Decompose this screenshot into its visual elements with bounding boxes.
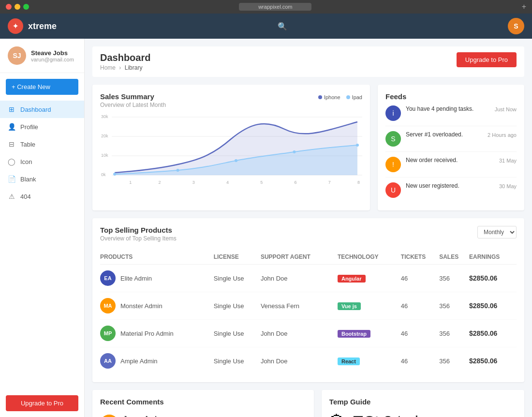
nav-brand: ✦ xtreme — [8, 18, 57, 34]
cell-agent-2: Venessa Fern — [261, 292, 338, 320]
table-row: MP Material Pro Admin Single Use John Do… — [100, 320, 517, 347]
sidebar-item-blank[interactable]: 📄 Blank — [0, 170, 84, 188]
cell-tech-2: Vue js — [338, 292, 401, 320]
profile-icon: 👤 — [8, 123, 15, 131]
main-layout: SJ Steave Jobs varun@gmail.com + Create … — [0, 39, 532, 417]
feeds-list: i You have 4 pending tasks. Just Now S S… — [385, 101, 517, 203]
weather-icon: 🌦 — [329, 413, 347, 417]
error-icon: ⚠ — [8, 193, 15, 200]
cell-sales-1: 356 — [439, 265, 469, 292]
cell-tickets-1: 46 — [401, 265, 439, 292]
user-avatar[interactable]: S — [508, 18, 524, 34]
svg-text:0k: 0k — [101, 172, 106, 177]
cell-tickets-3: 46 — [401, 320, 439, 347]
weather-main: 🌦 73° Saturday Ahmedabad, India — [329, 412, 517, 417]
svg-text:1: 1 — [129, 180, 132, 185]
svg-text:8: 8 — [357, 180, 360, 185]
comment-body-1: James Anderson Lorem Ipsum is simply dum… — [123, 415, 306, 417]
icon-icon: ◯ — [8, 158, 15, 165]
brand-name: xtreme — [28, 21, 57, 31]
product-name-3: Material Pro Admin — [120, 330, 174, 337]
search-icon[interactable]: 🔍 — [278, 22, 287, 31]
sidebar-item-404[interactable]: ⚠ 404 — [0, 188, 84, 205]
product-name-2: Monster Admin — [120, 302, 163, 310]
weather-temp-group: 73° — [353, 412, 379, 417]
cell-sales-4: 356 — [439, 347, 469, 375]
col-earnings: Earnings — [469, 250, 517, 265]
create-new-button[interactable]: + Create New — [6, 79, 78, 95]
feed-text-2: Server #1 overloaded. — [406, 131, 483, 138]
table-row: MA Monster Admin Single Use Venessa Fern… — [100, 292, 517, 320]
selling-title: Top Selling Products — [100, 226, 177, 234]
cell-tech-4: React — [338, 347, 401, 375]
time-filter-select[interactable]: Monthly Weekly Daily — [477, 226, 517, 238]
feed-content-3: New order received. — [406, 157, 494, 164]
cell-license-1: Single Use — [214, 265, 261, 292]
product-name-1: Elite Admin — [120, 275, 152, 282]
top-nav: ✦ xtreme 🔍 S — [0, 14, 532, 39]
sidebar-item-icon[interactable]: ◯ Icon — [0, 153, 84, 170]
breadcrumb-home[interactable]: Home — [100, 64, 116, 71]
svg-text:6: 6 — [294, 180, 296, 185]
cell-sales-3: 356 — [439, 320, 469, 347]
profile-email: varun@gmail.com — [31, 57, 74, 62]
legend-dot-ipad — [346, 95, 350, 99]
sidebar-item-profile[interactable]: 👤 Profile — [0, 118, 84, 135]
page-header-left: Dashboard Home › Library — [100, 52, 150, 71]
profile-name: Steave Jobs — [31, 49, 74, 57]
legend-ipad: Ipad — [346, 94, 362, 100]
header-row: Products License Support Agent Technolog… — [100, 250, 517, 265]
new-tab-icon[interactable]: + — [522, 2, 526, 11]
upgrade-button[interactable]: Upgrade to Pro — [457, 52, 517, 67]
feed-time-4: 30 May — [499, 183, 517, 189]
cell-license-2: Single Use — [214, 292, 261, 320]
feed-content-1: You have 4 pending tasks. — [406, 105, 490, 112]
cell-agent-1: John Doe — [261, 265, 338, 292]
breadcrumb-current: Library — [125, 64, 143, 71]
products-table: Products License Support Agent Technolog… — [100, 250, 517, 374]
cell-license-3: Single Use — [214, 320, 261, 347]
maximize-dot[interactable] — [23, 4, 29, 10]
cell-agent-3: John Doe — [261, 320, 338, 347]
tech-badge-3: Bootstrap — [338, 330, 370, 338]
cell-tickets-2: 46 — [401, 292, 439, 320]
sales-subtitle: Overview of Latest Month — [100, 102, 166, 108]
blank-icon: 📄 — [8, 175, 15, 183]
sidebar-item-dashboard[interactable]: ⊞ Dashboard — [0, 101, 84, 118]
comments-title: Recent Comments — [100, 398, 306, 406]
feed-item-1: i You have 4 pending tasks. Just Now — [385, 101, 517, 126]
sidebar-upgrade-button[interactable]: Upgrade to Pro — [6, 395, 78, 411]
cell-product-4: AA Ample Admin — [100, 347, 214, 375]
chart-legend: Iphone Ipad — [318, 94, 362, 100]
cell-sales-2: 356 — [439, 292, 469, 320]
feeds-title: Feeds — [385, 92, 517, 101]
table-icon: ⊟ — [8, 140, 15, 148]
breadcrumb: Home › Library — [100, 64, 150, 71]
feed-icon-3: ! — [385, 157, 401, 172]
sales-chart: 30k 20k 10k 0k 1 2 3 — [100, 112, 362, 190]
sidebar-item-table[interactable]: ⊟ Table — [0, 135, 84, 153]
feed-item-3: ! New order received. 31 May — [385, 152, 517, 178]
feed-icon-2: S — [385, 131, 401, 147]
page-header: Dashboard Home › Library Upgrade to Pro — [92, 46, 524, 77]
sales-summary-card: Sales Summary Overview of Latest Month I… — [92, 85, 370, 210]
selling-subtitle: Overview of Top Selling Items — [100, 235, 177, 242]
sidebar-label-blank: Blank — [20, 176, 36, 183]
col-sales: Sales — [439, 250, 469, 265]
feed-time-2: 2 Hours ago — [488, 132, 517, 138]
table-row: EA Elite Admin Single Use John Doe Angul… — [100, 265, 517, 292]
main-content: Dashboard Home › Library Upgrade to Pro … — [85, 39, 532, 417]
url-bar[interactable]: wrappixel.com — [239, 3, 311, 11]
sales-title: Sales Summary — [100, 92, 166, 101]
col-license: License — [214, 250, 261, 265]
feed-icon-1: i — [385, 105, 401, 121]
profile-info: Steave Jobs varun@gmail.com — [31, 49, 74, 62]
close-dot[interactable] — [6, 4, 12, 10]
brand-icon: ✦ — [8, 18, 23, 34]
cell-product-1: EA Elite Admin — [100, 265, 214, 292]
minimize-dot[interactable] — [15, 4, 20, 10]
profile-avatar: SJ — [8, 46, 26, 65]
feed-icon-4: U — [385, 182, 401, 198]
svg-text:4: 4 — [226, 180, 229, 185]
cell-product-3: MP Material Pro Admin — [100, 320, 214, 347]
